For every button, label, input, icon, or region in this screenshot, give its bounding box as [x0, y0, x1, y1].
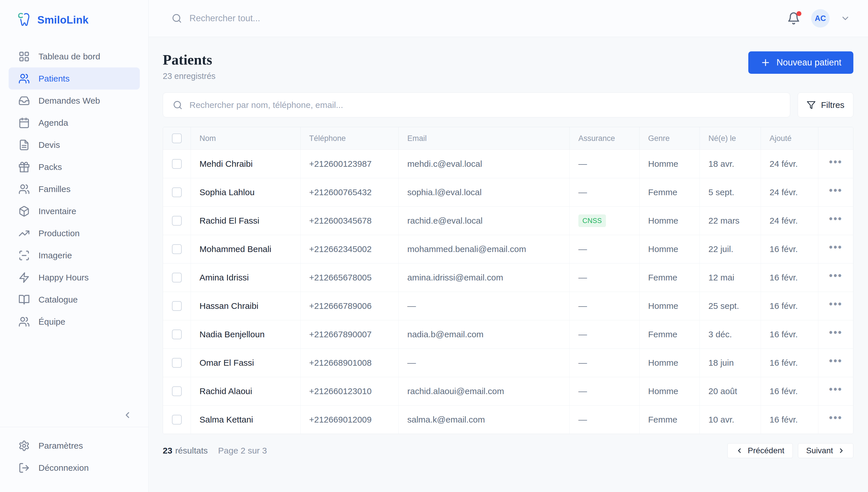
- sidebar-item-inventaire[interactable]: Inventaire: [8, 200, 140, 222]
- row-actions-button[interactable]: •••: [829, 185, 842, 199]
- search-icon: [173, 100, 182, 110]
- table-row[interactable]: Rachid El Fassi+212600345678rachid.e@eva…: [163, 206, 853, 235]
- insurance-empty: —: [578, 244, 587, 254]
- patient-phone: +212666789006: [309, 301, 372, 311]
- row-checkbox[interactable]: [172, 244, 182, 254]
- sidebar-item-parametres[interactable]: Paramètres: [8, 435, 140, 457]
- sidebar-item-familles[interactable]: Familles: [8, 178, 140, 200]
- row-actions-button[interactable]: •••: [829, 214, 842, 228]
- patient-added-date: 24 févr.: [770, 159, 798, 169]
- logout-icon: [18, 462, 30, 474]
- row-checkbox[interactable]: [172, 159, 182, 169]
- sidebar-item-production[interactable]: Production: [8, 222, 140, 244]
- patient-gender: Homme: [648, 216, 678, 226]
- email-empty: —: [407, 301, 416, 311]
- patient-gender: Homme: [648, 244, 678, 254]
- row-checkbox[interactable]: [172, 301, 182, 311]
- patient-birthdate: 25 sept.: [709, 301, 739, 311]
- global-search-input[interactable]: [190, 13, 419, 24]
- sidebar-item-tableau-de-bord[interactable]: Tableau de bord: [8, 45, 140, 68]
- patient-gender: Homme: [648, 159, 678, 169]
- table-row[interactable]: Mohammed Benali+212662345002mohammed.ben…: [163, 235, 853, 263]
- row-actions-button[interactable]: •••: [829, 327, 842, 342]
- row-checkbox[interactable]: [172, 358, 182, 368]
- sidebar-item-packs[interactable]: Packs: [8, 156, 140, 178]
- row-checkbox[interactable]: [172, 188, 182, 197]
- patient-phone: +212662345002: [309, 244, 372, 254]
- table-row[interactable]: Hassan Chraibi+212666789006——Homme25 sep…: [163, 292, 853, 320]
- sidebar-item-imagerie[interactable]: Imagerie: [8, 244, 140, 266]
- row-actions-button[interactable]: •••: [829, 299, 842, 313]
- patient-gender: Femme: [648, 273, 677, 282]
- row-checkbox[interactable]: [172, 415, 182, 424]
- insurance-empty: —: [578, 386, 587, 396]
- sidebar-item-label: Paramètres: [39, 441, 83, 451]
- patients-search-box: [163, 93, 790, 117]
- sidebar-item-patients[interactable]: Patients: [8, 68, 140, 90]
- sidebar-item-demandes-web[interactable]: Demandes Web: [8, 90, 140, 112]
- page-indicator: Page 2 sur 3: [218, 446, 267, 456]
- sidebar-footer-nav: ParamètresDéconnexion: [0, 427, 148, 492]
- avatar[interactable]: AC: [811, 9, 829, 28]
- patient-birthdate: 12 mai: [709, 273, 734, 282]
- row-actions-button[interactable]: •••: [829, 242, 842, 256]
- table-row[interactable]: Mehdi Chraibi+212600123987mehdi.c@eval.l…: [163, 150, 853, 178]
- row-actions-button[interactable]: •••: [829, 384, 842, 398]
- patients-search-input[interactable]: [190, 100, 780, 110]
- patient-name: Mehdi Chraibi: [199, 159, 253, 169]
- filters-button[interactable]: Filtres: [798, 93, 853, 117]
- row-actions-button[interactable]: •••: [829, 413, 842, 427]
- sidebar-item-deconnexion[interactable]: Déconnexion: [8, 457, 140, 479]
- sidebar-item-agenda[interactable]: Agenda: [8, 112, 140, 134]
- previous-page-button[interactable]: Précédent: [727, 443, 793, 458]
- sidebar-item-label: Inventaire: [39, 206, 76, 216]
- sidebar-item-label: Production: [39, 228, 79, 238]
- table-row[interactable]: Amina Idrissi+212665678005amina.idrissi@…: [163, 263, 853, 292]
- row-checkbox[interactable]: [172, 386, 182, 396]
- insurance-empty: —: [578, 301, 587, 311]
- notifications-button[interactable]: [787, 12, 800, 25]
- sidebar-item-label: Équipe: [39, 317, 65, 327]
- row-actions-button[interactable]: •••: [829, 270, 842, 285]
- collapse-sidebar-icon[interactable]: [123, 410, 132, 420]
- patient-name: Salma Kettani: [199, 415, 253, 424]
- patient-phone: +212600345678: [309, 216, 372, 226]
- sidebar-item-label: Happy Hours: [39, 273, 89, 282]
- sidebar-item-label: Déconnexion: [39, 463, 89, 473]
- insurance-empty: —: [578, 329, 587, 339]
- next-page-button[interactable]: Suivant: [798, 443, 853, 458]
- sidebar-item-happy-hours[interactable]: Happy Hours: [8, 266, 140, 289]
- row-checkbox[interactable]: [172, 216, 182, 226]
- account-menu-button[interactable]: [840, 14, 850, 23]
- sidebar-item-label: Patients: [39, 74, 70, 83]
- new-patient-button[interactable]: Nouveau patient: [748, 51, 853, 74]
- row-checkbox[interactable]: [172, 273, 182, 282]
- row-actions-button[interactable]: •••: [829, 157, 842, 171]
- sidebar-item-devis[interactable]: Devis: [8, 134, 140, 156]
- column-header-actions: [818, 127, 853, 150]
- table-row[interactable]: Nadia Benjelloun+212667890007nadia.b@ema…: [163, 320, 853, 348]
- sidebar-item-label: Packs: [39, 162, 62, 172]
- patient-added-date: 24 févr.: [770, 188, 798, 197]
- patient-name: Nadia Benjelloun: [199, 329, 265, 339]
- insurance-empty: —: [578, 415, 587, 424]
- row-checkbox[interactable]: [172, 329, 182, 339]
- patient-birthdate: 22 mars: [709, 216, 739, 226]
- insurance-badge: CNSS: [578, 215, 606, 227]
- table-row[interactable]: Sophia Lahlou+212600765432sophia.l@eval.…: [163, 178, 853, 206]
- book-open-icon: [18, 294, 30, 305]
- sidebar-item-label: Catalogue: [39, 295, 78, 304]
- table-row[interactable]: Omar El Fassi+212668901008——Homme18 juin…: [163, 348, 853, 377]
- email-empty: —: [407, 358, 416, 368]
- sidebar-item-equipe[interactable]: Équipe: [8, 311, 140, 333]
- sidebar-item-label: Familles: [39, 184, 71, 194]
- table-row[interactable]: Rachid Alaoui+212660123010rachid.alaoui@…: [163, 377, 853, 405]
- patient-birthdate: 5 sept.: [709, 188, 734, 197]
- select-all-checkbox[interactable]: [172, 133, 182, 143]
- patient-birthdate: 3 déc.: [709, 329, 732, 339]
- row-actions-button[interactable]: •••: [829, 355, 842, 370]
- sidebar-item-catalogue[interactable]: Catalogue: [8, 289, 140, 311]
- table-row[interactable]: Salma Kettani+212669012009salma.k@email.…: [163, 405, 853, 434]
- patient-email: nadia.b@email.com: [407, 329, 483, 339]
- brand-logo[interactable]: SmiloLink: [0, 0, 148, 34]
